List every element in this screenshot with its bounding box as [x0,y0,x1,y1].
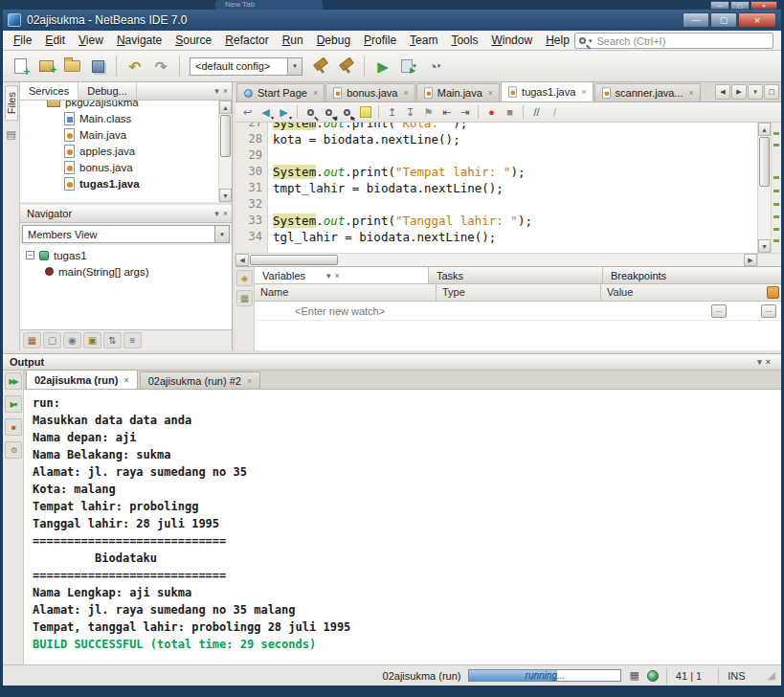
menu-profile[interactable]: Profile [357,31,403,50]
redo-button[interactable]: ↷ [149,54,172,79]
maximize-window-icon[interactable]: ▢ [764,84,779,100]
editor-tab-scanner-java[interactable]: scanner.java...× [594,83,701,101]
scroll-tabs-left-icon[interactable]: ◀ [715,84,730,100]
debug-project-button[interactable]: ▾ [397,54,420,79]
close-panel-icon[interactable]: × [223,209,228,218]
undo-button[interactable]: ↶ [123,54,146,79]
rerun-with-options-icon[interactable]: ▶▾ [5,395,22,413]
sort-by-name-icon[interactable]: ⇅ [103,332,122,348]
config-dropdown-icon[interactable]: ▾ [287,58,302,75]
profile-dropdown-icon[interactable]: ▾ [437,62,441,70]
error-stripe[interactable] [771,123,781,253]
shift-left-icon[interactable]: ⇤ [438,104,455,120]
members-view-dropdown-icon[interactable]: ▾ [214,226,229,242]
toggle-highlight-icon[interactable] [357,104,373,120]
scroll-right-icon[interactable]: ▶ [744,254,757,266]
minimize-panel-icon[interactable]: ▾ [214,209,219,218]
new-watch-icon[interactable]: ◈ [236,270,253,286]
menu-debug[interactable]: Debug [310,31,357,50]
search-input[interactable] [595,34,769,48]
globe-icon[interactable] [647,670,659,682]
watches-view-icon[interactable]: ▦ [236,290,253,306]
tab-breakpoints[interactable]: Breakpoints [603,267,781,283]
close-tab-icon[interactable]: × [247,376,252,386]
editor-tab-main-java[interactable]: Main.java× [416,83,500,101]
navigator-item-main[interactable]: main(String[] args) [20,263,232,280]
column-header-name[interactable]: Name [255,284,437,301]
tab-list-icon[interactable]: ▾ [748,84,763,100]
maximize-button[interactable]: ▢ [710,12,737,28]
scrollbar-thumb[interactable] [250,255,338,265]
code-editor[interactable]: System.out.print("Kota: ");kota = biodat… [268,123,757,253]
close-tab-icon[interactable]: × [123,375,128,385]
stop-macro-icon[interactable]: ■ [502,104,518,120]
editor-vertical-scrollbar[interactable]: ▲ ▼ [757,123,771,253]
save-all-button[interactable] [86,54,109,79]
scroll-down-icon[interactable]: ▼ [758,239,771,253]
show-inherited-members-icon[interactable]: ▦ [23,332,41,348]
forward-icon[interactable]: ▶▾ [276,104,292,120]
resize-grip[interactable]: ◢ [768,669,775,682]
new-file-button[interactable] [9,54,32,79]
ant-settings-icon[interactable]: ⚙ [5,441,22,459]
tab-tasks[interactable]: Tasks [429,267,603,283]
menu-window[interactable]: Window [484,31,539,50]
tree-item-pkg02ajisukma[interactable]: pkg02ajisukma [20,101,218,110]
background-close-button[interactable]: × [750,1,777,10]
sort-by-source-icon[interactable]: ≡ [123,332,142,348]
editor-tab-start-page[interactable]: Start Page× [236,83,325,101]
close-tab-icon[interactable]: × [581,87,586,97]
shift-right-icon[interactable]: ⇥ [457,104,473,120]
tree-item-apples-java[interactable]: apples.java [20,143,218,159]
edit-ellipsis-button[interactable]: ... [761,304,776,318]
tree-item-main-class[interactable]: Main.class [20,110,218,126]
profile-project-button[interactable]: ◔▾ [423,54,446,79]
background-maximize-button[interactable]: ▢ [730,1,750,10]
minimize-panel-icon[interactable]: ▾ [214,86,219,96]
menu-view[interactable]: View [72,31,110,50]
tree-item-main-java[interactable]: Main.java [20,126,218,143]
config-combobox[interactable]: <default config> ▾ [190,57,302,76]
scroll-up-icon[interactable]: ▲ [758,123,771,136]
new-watch-row[interactable]: <Enter new watch> ... ... [255,302,781,321]
collapse-expander-icon[interactable]: − [26,251,34,259]
members-view-combobox[interactable]: Members View ▾ [22,225,230,243]
close-button[interactable]: × [738,12,776,28]
start-macro-icon[interactable]: ● [483,104,500,120]
clean-build-button[interactable] [334,54,357,79]
process-list-icon[interactable]: ▦ [629,669,638,682]
scrollbar-thumb[interactable] [220,115,231,157]
tree-item-tugas1-java[interactable]: tugas1.java [20,175,218,191]
search-dropdown-icon[interactable]: ▾ [589,37,593,45]
menu-help[interactable]: Help [539,31,576,50]
scroll-up-icon[interactable]: ▲ [219,101,232,114]
minimize-panel-icon[interactable]: ▾ [757,357,762,367]
menu-tools[interactable]: Tools [444,31,484,50]
find-next-icon[interactable]: ▶ [339,104,355,120]
close-panel-icon[interactable]: × [335,271,340,281]
output-console[interactable]: run:Masukkan data data andaNama depan: a… [24,390,781,664]
show-static-members-icon[interactable]: ◉ [63,332,81,348]
menu-refactor[interactable]: Refactor [218,31,275,50]
files-vertical-tab[interactable]: Files [5,85,18,121]
menu-team[interactable]: Team [403,31,444,50]
tab-services[interactable]: Services [20,82,78,100]
background-browser-tab[interactable]: New Tab [215,0,323,10]
projects-scrollbar[interactable]: ▲ ▼ [218,101,232,202]
tab-variables[interactable]: Variables ▾ × [255,267,429,283]
scroll-down-icon[interactable]: ▼ [219,189,232,202]
back-icon[interactable]: ◀▾ [258,104,274,120]
build-project-button[interactable] [308,54,331,79]
toggle-bookmark-icon[interactable]: ⚑ [420,104,437,120]
rerun-icon[interactable]: ▶▶ [5,372,22,390]
value-ellipsis-button[interactable]: ... [711,304,727,318]
close-tab-icon[interactable]: × [689,88,694,98]
table-settings-icon[interactable] [767,286,779,299]
tab-debug[interactable]: Debug... [78,82,137,100]
column-header-type[interactable]: Type [437,284,601,301]
menu-navigate[interactable]: Navigate [110,31,168,50]
close-panel-icon[interactable]: × [766,357,771,367]
close-tab-icon[interactable]: × [313,88,318,98]
next-bookmark-icon[interactable]: ↧ [402,104,418,120]
editor-tab-tugas1-java[interactable]: tugas1.java× [501,81,594,101]
